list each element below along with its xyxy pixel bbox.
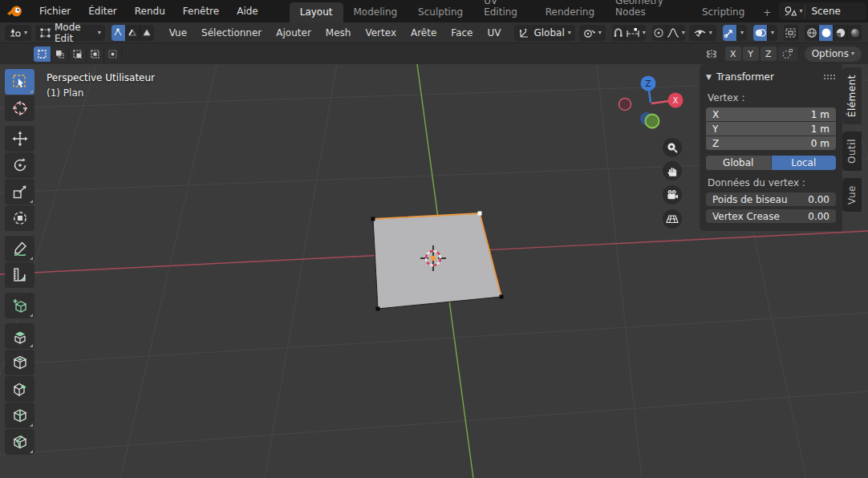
overlays-dropdown[interactable]: ▾	[768, 25, 777, 41]
camera-view-button[interactable]	[663, 185, 682, 205]
mesh-select-mode-group	[112, 25, 154, 41]
snap-target-dropdown[interactable]: ▾	[626, 25, 646, 41]
pan-hand-button[interactable]	[663, 161, 682, 180]
options-dropdown[interactable]: Options ▾	[805, 47, 862, 62]
active-object: (1) Plan	[47, 87, 155, 99]
proportional-edit-button[interactable]	[652, 25, 667, 41]
scene-selector[interactable]: ▾ Scene	[779, 2, 866, 20]
panel-header[interactable]: ▼ Transformer	[706, 69, 836, 85]
select-invert-button[interactable]	[87, 47, 104, 62]
chevron-down-icon: ▾	[851, 51, 854, 57]
mode-dropdown[interactable]: Mode Edit ▾	[35, 25, 105, 41]
tab-sculpting[interactable]: Sculpting	[408, 2, 473, 22]
snapping-group: ▾	[612, 25, 646, 41]
tab-scripting[interactable]: Scripting	[692, 2, 755, 22]
bevel-weight-field[interactable]: Poids de biseau 0.00	[706, 192, 836, 206]
select-extend-button[interactable]	[51, 47, 69, 62]
menu-uv[interactable]: UV	[480, 22, 508, 43]
chevron-down-icon: ▾	[643, 30, 646, 36]
tool-bevel[interactable]	[5, 376, 34, 402]
menu-rendu[interactable]: Rendu	[126, 0, 174, 22]
select-intersect-button[interactable]	[104, 47, 122, 62]
chevron-down-icon: ▾	[709, 30, 712, 36]
tool-loop-cut[interactable]	[5, 403, 34, 428]
sidebar-tabs: Élément Outil Vue	[842, 67, 862, 219]
tab-vue[interactable]: Vue	[842, 178, 862, 212]
pivot-point-icon	[583, 27, 596, 38]
mirror-x-button[interactable]: X	[725, 47, 741, 61]
pivot-point-dropdown[interactable]: ▾	[579, 25, 606, 41]
menu-fichier[interactable]: Fichier	[30, 0, 79, 22]
tab-rendering[interactable]: Rendering	[535, 2, 605, 22]
menu-vue[interactable]: Vue	[162, 22, 194, 43]
tab-outil[interactable]: Outil	[842, 132, 862, 171]
menu-mesh[interactable]: Mesh	[318, 22, 359, 43]
menu-arete[interactable]: Arête	[404, 22, 444, 43]
tool-extrude-region[interactable]	[5, 323, 34, 349]
navigation-gizmo[interactable]: Z X	[610, 72, 690, 136]
field-value: 1 m	[811, 109, 829, 120]
select-mode-face-button[interactable]	[140, 25, 154, 41]
transform-orientation-dropdown[interactable]: Global ▾	[514, 25, 574, 41]
tool-move[interactable]	[5, 126, 34, 152]
tool-select-box[interactable]	[5, 69, 34, 95]
proportional-falloff-dropdown[interactable]: ▾	[667, 25, 685, 41]
tab-element[interactable]: Élément	[842, 67, 862, 124]
menu-face[interactable]: Face	[444, 22, 480, 43]
tool-scale[interactable]	[5, 179, 34, 205]
menu-ajouter[interactable]: Ajouter	[269, 22, 318, 43]
local-button[interactable]: Local	[772, 156, 837, 170]
mode-label: Mode Edit	[55, 22, 95, 44]
tool-annotate[interactable]	[5, 236, 34, 261]
chevron-down-icon: ▾	[771, 30, 774, 36]
menu-editer[interactable]: Éditer	[79, 0, 126, 22]
tool-rotate[interactable]	[5, 152, 34, 178]
menu-aide[interactable]: Aide	[228, 0, 267, 22]
snap-toggle-button[interactable]	[612, 25, 626, 41]
shading-rendered-button[interactable]	[848, 25, 862, 41]
select-subtract-button[interactable]	[69, 47, 87, 62]
mirror-y-button[interactable]: Y	[743, 47, 759, 61]
editor-type-button[interactable]: ▾	[5, 25, 31, 41]
vertex-x-field[interactable]: X 1 m	[706, 107, 836, 121]
select-mode-edge-button[interactable]	[126, 25, 140, 41]
toggle-ortho-grid-button[interactable]	[663, 209, 682, 229]
field-label: Vertex Crease	[712, 211, 780, 222]
tab-layout[interactable]: Layout	[290, 2, 343, 22]
tool-inset-faces[interactable]	[5, 350, 34, 375]
show-object-types-dropdown[interactable]: ▾	[689, 25, 716, 41]
panel-grip-icon[interactable]	[823, 74, 836, 80]
select-mode-vertex-button[interactable]	[112, 25, 126, 41]
vertex-crease-field[interactable]: Vertex Crease 0.00	[706, 209, 836, 223]
tool-transform[interactable]	[5, 205, 34, 231]
blender-logo-icon[interactable]	[6, 4, 24, 18]
field-value: 1 m	[811, 124, 829, 135]
menu-fenetre[interactable]: Fenêtre	[174, 0, 228, 22]
shading-material-button[interactable]	[834, 25, 848, 41]
mirror-z-button[interactable]: Z	[761, 47, 777, 61]
tool-knife[interactable]	[5, 429, 34, 455]
shading-wireframe-button[interactable]	[805, 25, 819, 41]
show-gizmo-button[interactable]	[723, 25, 737, 41]
tool-cursor[interactable]	[5, 95, 34, 121]
select-set-button[interactable]	[34, 47, 51, 62]
shading-solid-button[interactable]	[819, 25, 834, 41]
add-workspace-button[interactable]: +	[755, 3, 779, 22]
gizmo-dropdown[interactable]: ▾	[737, 25, 747, 41]
transform-origins-button[interactable]	[778, 47, 797, 61]
zoom-button[interactable]	[663, 138, 682, 157]
global-button[interactable]: Global	[706, 156, 772, 170]
tab-geometry-nodes[interactable]: Geometry Nodes	[605, 0, 692, 22]
menu-vertex[interactable]: Vertex	[358, 22, 404, 43]
tab-uv-editing[interactable]: UV Editing	[473, 0, 535, 22]
tab-modeling[interactable]: Modeling	[343, 2, 408, 22]
scene-name[interactable]: Scene	[811, 6, 862, 17]
tool-measure[interactable]	[5, 262, 34, 288]
vertex-y-field[interactable]: Y 1 m	[706, 122, 836, 136]
vertex-z-field[interactable]: Z 0 m	[706, 136, 836, 150]
menu-selectionner[interactable]: Sélectionner	[194, 22, 269, 43]
tool-add-cube[interactable]	[5, 293, 34, 318]
show-overlays-button[interactable]	[753, 25, 768, 41]
view-name: Perspective Utilisateur	[47, 72, 155, 83]
xray-toggle-button[interactable]	[784, 25, 798, 41]
